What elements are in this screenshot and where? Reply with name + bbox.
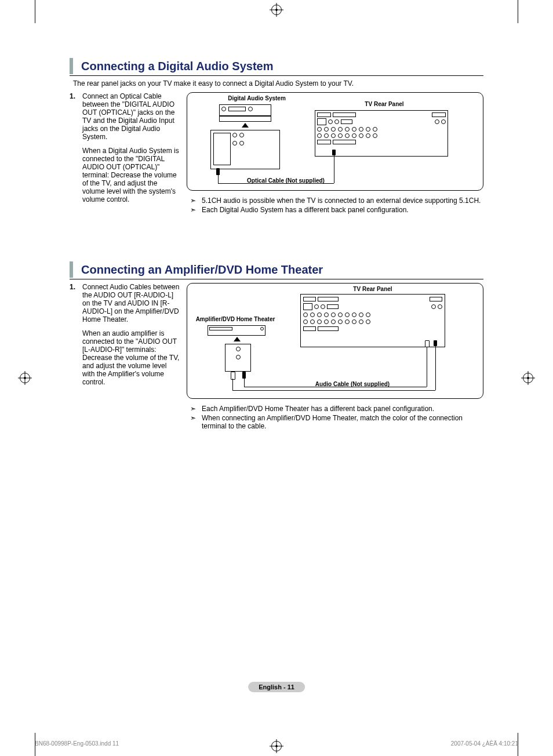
diagram-column: Digital Audio System TV Rear Panel [187,92,483,215]
cable-plug-white-icon [231,372,235,380]
section-intro: The rear panel jacks on your TV make it … [73,79,483,88]
connection-diagram: Digital Audio System TV Rear Panel [187,92,483,191]
diagram-label: TV Rear Panel [338,286,408,292]
note-item: ➣ Each Digital Audio System has a differ… [190,206,483,214]
registration-mark-icon [271,741,282,751]
amplifier-rear-icon [225,344,251,372]
note-text: When connecting an Amplifier/DVD Home Th… [202,414,483,430]
note-arrow-icon: ➣ [190,414,198,430]
note-arrow-icon: ➣ [190,197,198,205]
section-heading: Connecting a Digital Audio System [70,58,483,74]
cable-plug-white-icon [425,340,430,347]
connection-diagram: Amplifier/DVD Home Theater TV Rear Panel [187,283,483,399]
cable-label: Audio Cable (Not supplied) [303,381,402,387]
step-number: 1. [70,92,78,209]
note-text: 5.1CH audio is possible when the TV is c… [202,197,481,205]
step-text: Connect an Optical Cable between the "DI… [82,92,180,141]
tv-rear-panel-icon [300,294,445,347]
section-heading: Connecting an Amplifier/DVD Home Theater [70,261,483,278]
crop-mark [35,0,35,23]
note-arrow-icon: ➣ [190,405,198,413]
step-text: When an audio amplifier is connected to … [82,329,180,386]
audio-system-mid-icon [219,116,271,122]
audio-system-top-icon [219,104,271,116]
cable-plug-icon [332,150,336,155]
heading-rule [70,279,483,279]
step-text: Connect Audio Cables between the AUDIO O… [82,283,180,324]
steps-column: 1. Connect an Optical Cable between the … [70,92,180,215]
footer-timestamp: 2007-05-04 ¿ÀÈÄ 4:10:21 [451,740,518,747]
step-number: 1. [70,283,78,392]
diagram-column: Amplifier/DVD Home Theater TV Rear Panel [187,283,483,431]
cable-label: Optical Cable (Not supplied) [239,177,332,184]
arrow-up-icon [234,337,241,341]
audio-system-rear-icon [210,130,280,169]
manual-page: Connecting a Digital Audio System The re… [0,0,553,756]
page-number-pill: English - 11 [248,682,305,692]
note-item: ➣ When connecting an Amplifier/DVD Home … [190,414,483,430]
arrow-up-icon [242,123,249,128]
registration-mark-icon [20,373,30,383]
crop-mark [518,0,518,23]
note-text: Each Amplifier/DVD Home Theater has a di… [202,405,434,413]
diagram-label: Amplifier/DVD Home Theater [192,316,279,322]
cable-plug-icon [216,168,220,175]
note-text: Each Digital Audio System has a differen… [202,206,409,214]
cable-plug-black-icon [242,372,246,379]
registration-mark-icon [271,5,282,15]
diagram-label: TV Rear Panel [350,101,419,107]
diagram-label: Digital Audio System [222,95,292,101]
notes-block: ➣ 5.1CH audio is possible when the TV is… [187,197,483,214]
heading-rule [70,75,483,76]
note-item: ➣ Each Amplifier/DVD Home Theater has a … [190,405,483,413]
step-text: When a Digital Audio System is connected… [82,147,180,203]
notes-block: ➣ Each Amplifier/DVD Home Theater has a … [187,405,483,430]
step-item: 1. Connect an Optical Cable between the … [70,92,180,209]
amplifier-front-icon [208,325,265,336]
cable-plug-black-icon [434,340,437,346]
section-digital-audio: Connecting a Digital Audio System The re… [70,58,483,215]
footer-filename: BN68-00998P-Eng-0503.indd 11 [35,740,119,747]
registration-mark-icon [523,373,533,383]
page-content: Connecting a Digital Audio System The re… [70,58,483,431]
note-item: ➣ 5.1CH audio is possible when the TV is… [190,197,483,205]
step-item: 1. Connect Audio Cables between the AUDI… [70,283,180,392]
steps-column: 1. Connect Audio Cables between the AUDI… [70,283,180,398]
section-amplifier: Connecting an Amplifier/DVD Home Theater… [70,261,483,431]
note-arrow-icon: ➣ [190,206,198,214]
